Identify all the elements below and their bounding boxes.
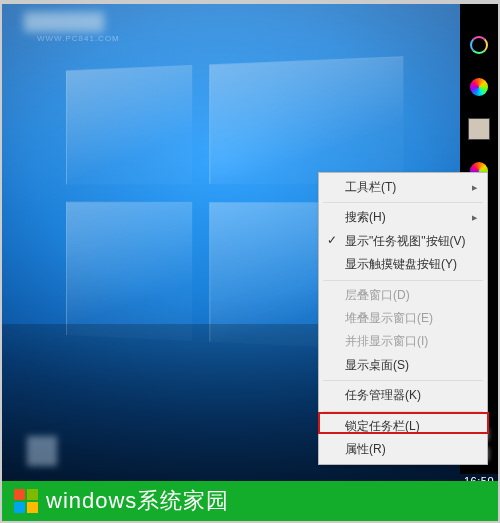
menu-label: 任务管理器(K) <box>345 387 421 404</box>
menu-label: 搜索(H) <box>345 209 386 226</box>
watermark-blur <box>24 12 104 32</box>
menu-label: 并排显示窗口(I) <box>345 333 428 350</box>
menu-toolbars[interactable]: 工具栏(T) <box>321 176 485 199</box>
menu-stacked: 堆叠显示窗口(E) <box>321 307 485 330</box>
menu-properties[interactable]: 属性(R) <box>321 438 485 461</box>
color-wheel-icon[interactable] <box>468 76 490 98</box>
menu-show-taskview[interactable]: 显示"任务视图"按钮(V) <box>321 230 485 253</box>
menu-label: 锁定任务栏(L) <box>345 418 420 435</box>
menu-label: 堆叠显示窗口(E) <box>345 310 433 327</box>
menu-separator <box>323 202 483 203</box>
desktop-icon-blur <box>27 436 57 466</box>
menu-label: 显示"任务视图"按钮(V) <box>345 233 466 250</box>
menu-separator <box>323 280 483 281</box>
menu-label: 显示桌面(S) <box>345 357 409 374</box>
watermark-url: WWW.PC841.COM <box>37 34 120 43</box>
menu-label: 显示触摸键盘按钮(Y) <box>345 256 457 273</box>
menu-label: 工具栏(T) <box>345 179 396 196</box>
menu-separator <box>323 411 483 412</box>
taskbar-context-menu: 工具栏(T) 搜索(H) 显示"任务视图"按钮(V) 显示触摸键盘按钮(Y) 层… <box>318 172 488 465</box>
menu-show-desktop[interactable]: 显示桌面(S) <box>321 354 485 377</box>
menu-search[interactable]: 搜索(H) <box>321 206 485 229</box>
menu-lock-taskbar[interactable]: 锁定任务栏(L) <box>321 415 485 438</box>
menu-show-touchkb[interactable]: 显示触摸键盘按钮(Y) <box>321 253 485 276</box>
menu-label: 层叠窗口(D) <box>345 287 410 304</box>
avatar-icon[interactable] <box>468 118 490 140</box>
footer-text: windows系统家园 <box>46 486 229 516</box>
color-ring-icon[interactable] <box>468 34 490 56</box>
footer-bar: windows系统家园 <box>2 481 498 521</box>
menu-task-manager[interactable]: 任务管理器(K) <box>321 384 485 407</box>
menu-sidebyside: 并排显示窗口(I) <box>321 330 485 353</box>
menu-label: 属性(R) <box>345 441 386 458</box>
windows-square-logo <box>14 489 38 513</box>
menu-separator <box>323 380 483 381</box>
menu-cascade: 层叠窗口(D) <box>321 284 485 307</box>
